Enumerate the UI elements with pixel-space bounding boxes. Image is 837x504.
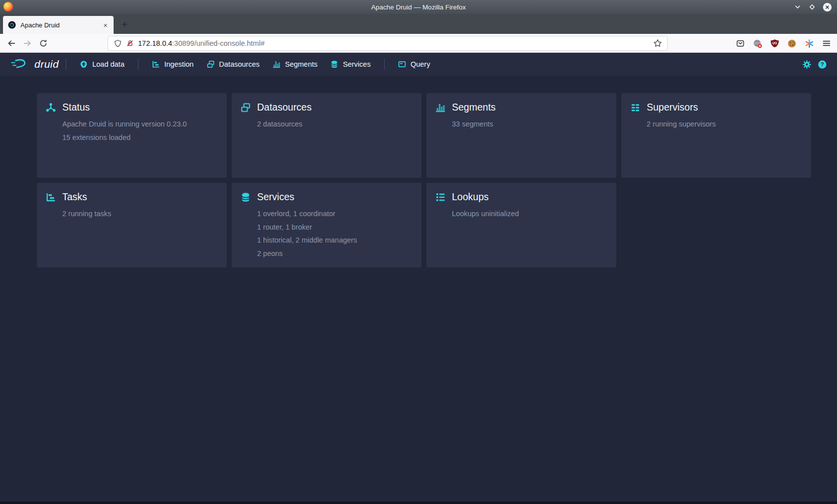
card-header: Status xyxy=(46,102,218,113)
card-body: 2 running tasks xyxy=(62,207,218,221)
cookie-icon[interactable] xyxy=(787,39,797,48)
nav-item-query[interactable]: Query xyxy=(392,53,437,76)
card-body: Apache Druid is running version 0.23.015… xyxy=(62,118,218,144)
window-controls xyxy=(794,0,832,14)
card-title: Services xyxy=(257,191,294,203)
card-text-line: 33 segments xyxy=(452,118,607,131)
nav-item-services[interactable]: Services xyxy=(324,53,377,76)
close-button[interactable] xyxy=(823,2,832,12)
titlebar: Apache Druid — Mozilla Firefox xyxy=(0,0,837,14)
card-text-line: 2 datasources xyxy=(257,118,413,131)
nav-item-label: Load data xyxy=(92,60,125,68)
card-text-line: 1 overlord, 1 coordinator xyxy=(257,207,413,221)
card-body: 2 datasources xyxy=(257,118,413,131)
window-title: Apache Druid — Mozilla Firefox xyxy=(0,3,837,11)
forward-button[interactable] xyxy=(23,39,32,48)
tracking-shield-icon[interactable] xyxy=(114,39,122,48)
card-body: Lookups uninitialized xyxy=(452,207,607,221)
url-text[interactable]: 172.18.0.4:30899/unified-console.html# xyxy=(138,39,265,47)
upload-icon xyxy=(80,60,88,68)
navbar-divider xyxy=(66,59,66,70)
nav-item-label: Ingestion xyxy=(164,60,194,68)
gantt-icon xyxy=(46,192,56,202)
card-text-line: 2 running supervisors xyxy=(647,118,802,131)
nav-item-label: Segments xyxy=(285,60,317,68)
druid-navbar: druid Load dataIngestionDatasourcesSegme… xyxy=(0,53,837,76)
gear-icon[interactable] xyxy=(802,60,812,69)
identity-blocked-icon[interactable] xyxy=(753,39,762,48)
card-text-line: 1 historical, 2 middle managers xyxy=(257,234,413,247)
tab-favicon-druid-icon xyxy=(8,21,16,29)
card-title: Tasks xyxy=(62,191,87,203)
help-icon[interactable]: ? xyxy=(818,60,827,69)
navbar-divider xyxy=(138,59,139,70)
multi-rect-icon xyxy=(207,60,215,68)
card-body: 2 running supervisors xyxy=(647,118,802,131)
druid-home-view: StatusApache Druid is running version 0.… xyxy=(0,76,837,504)
card-datasources[interactable]: Datasources2 datasources xyxy=(232,93,421,178)
card-text-line: 2 peons xyxy=(257,247,413,260)
window-bottom-edge xyxy=(0,502,837,504)
card-services[interactable]: Services1 overlord, 1 coordinator1 route… xyxy=(232,183,421,267)
card-header: Supervisors xyxy=(630,102,802,113)
reload-button[interactable] xyxy=(39,39,48,48)
nav-item-datasources[interactable]: Datasources xyxy=(200,53,266,76)
card-lookups[interactable]: LookupsLookups uninitialized xyxy=(426,183,616,267)
svg-text:?: ? xyxy=(821,61,824,67)
browser-tab-apache-druid[interactable]: Apache Druid × xyxy=(3,16,114,34)
svg-text:UO: UO xyxy=(772,41,777,45)
nav-item-ingestion[interactable]: Ingestion xyxy=(145,53,200,76)
card-header: Segments xyxy=(435,102,607,113)
back-button[interactable] xyxy=(7,39,16,48)
card-body: 1 overlord, 1 coordinator1 router, 1 bro… xyxy=(257,207,413,260)
nav-item-load-data[interactable]: Load data xyxy=(73,53,131,76)
ublock-origin-icon[interactable]: UO xyxy=(770,39,779,48)
card-tasks[interactable]: Tasks2 running tasks xyxy=(37,183,227,267)
navbar-right-icons: ? xyxy=(802,53,827,76)
card-header: Services xyxy=(241,191,413,203)
druid-mark-icon xyxy=(10,58,31,71)
console-icon xyxy=(398,60,406,68)
list-columns-icon xyxy=(630,103,640,113)
browser-toolbar: 172.18.0.4:30899/unified-console.html# U… xyxy=(0,34,837,53)
url-host: 172.18.0.4 xyxy=(138,39,172,47)
bookmark-star-icon[interactable] xyxy=(653,39,662,48)
card-header: Tasks xyxy=(46,191,218,203)
gantt-icon xyxy=(152,60,160,68)
nav-item-label: Datasources xyxy=(219,60,260,68)
druid-wordmark: druid xyxy=(34,58,59,70)
insecure-lock-icon[interactable] xyxy=(126,39,134,47)
menu-hamburger-icon[interactable] xyxy=(822,39,831,48)
druid-logo[interactable]: druid xyxy=(10,58,59,71)
properties-icon xyxy=(435,192,445,202)
card-text-line: 2 running tasks xyxy=(62,207,218,221)
navbar-divider xyxy=(384,59,385,70)
nav-item-label: Services xyxy=(343,60,371,68)
card-status[interactable]: StatusApache Druid is running version 0.… xyxy=(37,93,227,178)
new-tab-button[interactable]: + xyxy=(118,18,131,31)
url-bar[interactable]: 172.18.0.4:30899/unified-console.html# xyxy=(108,36,668,51)
card-text-line: Lookups uninitialized xyxy=(452,207,607,221)
card-title: Datasources xyxy=(257,102,311,113)
card-title: Segments xyxy=(452,102,496,113)
firefox-logo-icon xyxy=(3,2,13,11)
card-text-line: Apache Druid is running version 0.23.0 xyxy=(62,118,218,131)
bar-segments-icon xyxy=(273,60,280,68)
nav-item-label: Query xyxy=(411,60,430,68)
pocket-icon[interactable] xyxy=(736,39,745,48)
toolbar-extension-icons: UO xyxy=(736,34,831,53)
card-supervisors[interactable]: Supervisors2 running supervisors xyxy=(621,93,811,178)
database-icon xyxy=(330,60,338,68)
extension-asterisk-icon[interactable] xyxy=(805,39,814,48)
minimize-button[interactable] xyxy=(794,3,802,11)
tab-close-icon[interactable]: × xyxy=(102,21,109,29)
nav-item-segments[interactable]: Segments xyxy=(266,53,324,76)
card-header: Lookups xyxy=(435,191,607,203)
card-body: 33 segments xyxy=(452,118,607,131)
maximize-button[interactable] xyxy=(808,3,816,11)
card-title: Supervisors xyxy=(647,102,698,113)
bar-segments-icon xyxy=(435,103,445,113)
card-title: Status xyxy=(62,102,90,113)
card-title: Lookups xyxy=(452,191,489,203)
card-segments[interactable]: Segments33 segments xyxy=(426,93,616,178)
